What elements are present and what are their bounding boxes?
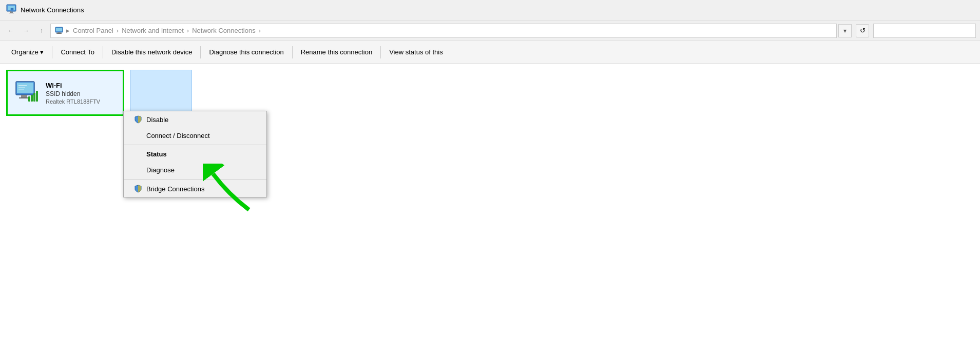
address-root: ▸ <box>66 27 70 34</box>
wifi-network-icon <box>14 79 41 106</box>
rename-button[interactable]: Rename this connection <box>294 45 379 59</box>
view-status-button[interactable]: View status of this <box>382 45 450 59</box>
svg-rect-13 <box>19 97 29 98</box>
svg-rect-3 <box>9 13 14 13</box>
title-bar-text: Network Connections <box>21 6 84 14</box>
up-button[interactable]: ↑ <box>35 24 48 37</box>
shield-icon-disable <box>134 115 142 124</box>
toolbar-sep-4 <box>292 46 293 58</box>
address-level1: Network and Internet <box>122 27 184 34</box>
organize-button[interactable]: Organize ▾ <box>4 45 51 59</box>
svg-rect-9 <box>56 33 62 34</box>
context-menu-bridge[interactable]: Bridge Connections <box>124 181 266 197</box>
network-name: Wi-Fi <box>46 82 100 89</box>
context-menu-diagnose[interactable]: Diagnose <box>124 162 266 178</box>
svg-rect-16 <box>33 93 35 102</box>
selected-item[interactable] <box>130 70 192 116</box>
context-menu-sep-1 <box>124 145 266 145</box>
search-input[interactable] <box>873 24 976 38</box>
address-cp: Control Panel <box>73 27 113 34</box>
wifi-network-item[interactable]: Wi-Fi SSID hidden Realtek RTL8188FTV <box>6 70 124 116</box>
svg-rect-4 <box>11 8 13 10</box>
svg-rect-8 <box>57 32 61 33</box>
content-area: Wi-Fi SSID hidden Realtek RTL8188FTV Dis… <box>0 64 980 359</box>
refresh-button[interactable]: ↺ <box>856 24 869 37</box>
shield-icon-bridge <box>134 185 142 193</box>
address-icon <box>55 27 63 35</box>
network-info: Wi-Fi SSID hidden Realtek RTL8188FTV <box>46 82 100 105</box>
context-menu-disable[interactable]: Disable <box>124 111 266 128</box>
connect-to-button[interactable]: Connect To <box>53 45 102 59</box>
toolbar-sep-1 <box>52 46 52 58</box>
toolbar-sep-5 <box>380 46 381 58</box>
svg-rect-12 <box>21 95 27 97</box>
disable-button[interactable]: Disable this network device <box>104 45 200 59</box>
toolbar-sep-3 <box>200 46 201 58</box>
network-ssid: SSID hidden <box>46 90 100 97</box>
context-menu-status[interactable]: Status <box>124 146 266 162</box>
title-bar: Network Connections <box>0 0 980 21</box>
svg-marker-5 <box>11 10 13 12</box>
address-input[interactable]: ▸ Control Panel › Network and Internet ›… <box>50 24 837 38</box>
forward-button[interactable]: → <box>20 24 33 37</box>
context-menu: Disable Connect / Disconnect Status Diag… <box>123 111 267 197</box>
svg-rect-14 <box>28 96 30 102</box>
diagnose-button[interactable]: Diagnose this connection <box>202 45 291 59</box>
title-bar-icon <box>6 4 16 16</box>
toolbar-sep-2 <box>103 46 103 58</box>
context-menu-connect[interactable]: Connect / Disconnect <box>124 128 266 144</box>
address-bar: ← → ↑ ▸ Control Panel › Network and Inte… <box>0 21 980 41</box>
svg-rect-7 <box>56 28 62 31</box>
back-button[interactable]: ← <box>4 24 17 37</box>
address-level2: Network Connections <box>192 27 256 34</box>
network-adapter: Realtek RTL8188FTV <box>46 98 100 105</box>
svg-rect-15 <box>31 95 33 102</box>
toolbar: Organize ▾ Connect To Disable this netwo… <box>0 41 980 64</box>
svg-rect-17 <box>36 91 38 102</box>
address-dropdown[interactable]: ▾ <box>838 24 852 37</box>
context-menu-sep-2 <box>124 179 266 180</box>
